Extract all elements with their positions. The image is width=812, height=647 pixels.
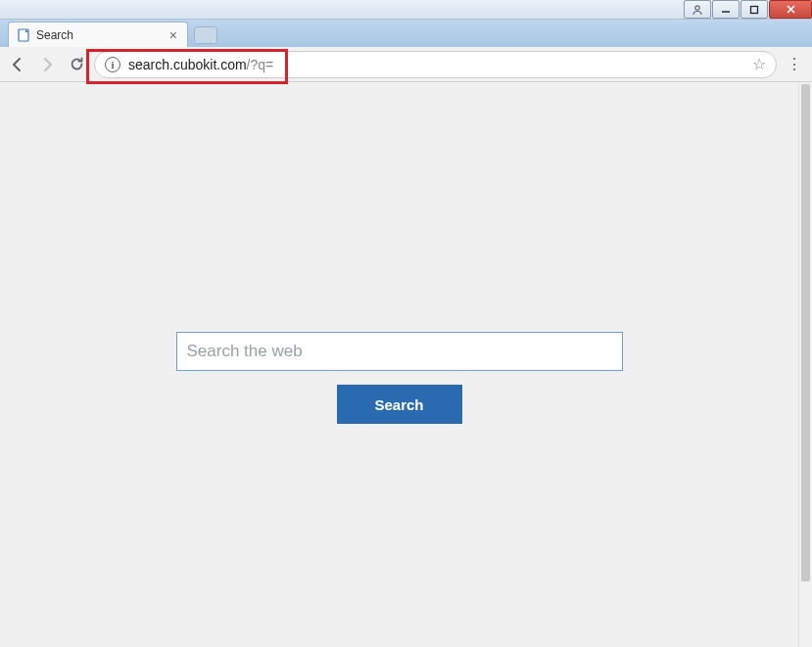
reload-button[interactable] <box>65 53 88 76</box>
back-button[interactable] <box>6 53 29 76</box>
svg-rect-2 <box>751 6 758 13</box>
url-path: /?q= <box>247 57 274 72</box>
browser-menu-button[interactable]: ⋮ <box>783 53 806 76</box>
window-titlebar <box>0 0 812 20</box>
window-minimize-button[interactable] <box>712 0 740 19</box>
window-buttons <box>683 0 812 19</box>
forward-button[interactable] <box>35 53 59 76</box>
browser-toolbar: i search.cubokit.com/?q= ☆ ⋮ <box>0 47 812 82</box>
search-page: Search <box>0 82 798 647</box>
vertical-scrollbar[interactable] <box>798 82 812 647</box>
tab-title: Search <box>36 28 167 42</box>
user-icon <box>692 4 703 16</box>
arrow-left-icon <box>9 56 26 73</box>
svg-point-0 <box>695 5 699 9</box>
bookmark-star-icon[interactable]: ☆ <box>752 55 766 73</box>
tab-close-button[interactable]: × <box>167 27 179 43</box>
scrollbar-thumb[interactable] <box>801 84 810 581</box>
site-info-icon[interactable]: i <box>105 57 120 72</box>
reload-icon <box>69 56 85 72</box>
close-x-icon <box>786 4 796 15</box>
url-host: search.cubokit.com <box>128 57 247 72</box>
browser-tab[interactable]: Search × <box>8 22 188 47</box>
page-viewport: Search <box>0 82 812 647</box>
minimize-icon <box>721 5 731 15</box>
window-user-button[interactable] <box>684 0 711 19</box>
new-tab-button[interactable] <box>194 26 217 44</box>
maximize-icon <box>749 5 759 15</box>
tab-favicon-icon <box>17 28 30 42</box>
window-close-button[interactable] <box>769 0 812 19</box>
tab-strip: Search × <box>0 20 812 47</box>
search-input[interactable] <box>176 332 623 371</box>
arrow-right-icon <box>38 56 56 73</box>
address-bar[interactable]: i search.cubokit.com/?q= ☆ <box>94 51 777 78</box>
search-button[interactable]: Search <box>337 385 462 424</box>
window-maximize-button[interactable] <box>740 0 768 19</box>
